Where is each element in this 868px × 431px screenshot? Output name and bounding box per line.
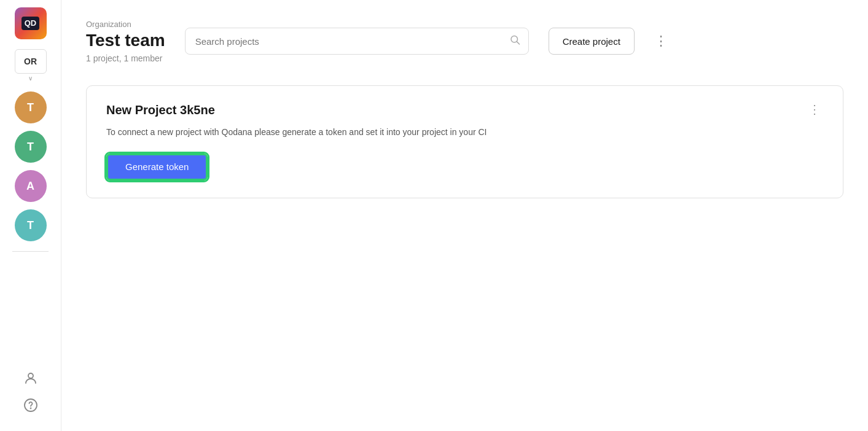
user-icon[interactable] (22, 370, 39, 387)
search-input[interactable] (185, 28, 529, 55)
chevron-down-icon: ∨ (28, 75, 33, 82)
team-name: Test team (86, 30, 165, 51)
main-content: Organization Test team 1 project, 1 memb… (61, 0, 868, 431)
team-meta: 1 project, 1 member (86, 53, 165, 63)
project-card: New Project 3k5ne ⋮ To connect a new pro… (86, 85, 843, 198)
sidebar-bottom (22, 370, 39, 424)
org-badge: OR (15, 49, 47, 74)
project-more-button[interactable]: ⋮ (806, 103, 823, 115)
avatar-t3[interactable]: T (15, 209, 47, 241)
logo-text: QD (22, 17, 40, 30)
create-project-button[interactable]: Create project (549, 28, 635, 55)
help-icon[interactable] (22, 397, 39, 414)
project-description: To connect a new project with Qodana ple… (106, 126, 823, 139)
sidebar: QD OR ∨ T T A T (0, 0, 61, 431)
search-bar (185, 28, 529, 55)
app-logo[interactable]: QD (15, 7, 47, 39)
sidebar-divider (12, 251, 49, 252)
project-name: New Project 3k5ne (106, 103, 215, 117)
page-title-area: Organization Test team 1 project, 1 memb… (86, 20, 165, 63)
page-header: Organization Test team 1 project, 1 memb… (86, 20, 843, 63)
avatar-a[interactable]: A (15, 170, 47, 202)
org-label: Organization (86, 20, 165, 29)
svg-point-0 (28, 373, 33, 378)
avatar-t2[interactable]: T (15, 131, 47, 163)
generate-token-button[interactable]: Generate token (106, 153, 208, 181)
org-switcher[interactable]: OR ∨ (15, 49, 47, 82)
svg-point-2 (30, 408, 31, 409)
avatar-t1[interactable]: T (15, 91, 47, 123)
project-card-header: New Project 3k5ne ⋮ (106, 103, 823, 117)
header-more-button[interactable]: ⋮ (654, 34, 668, 48)
